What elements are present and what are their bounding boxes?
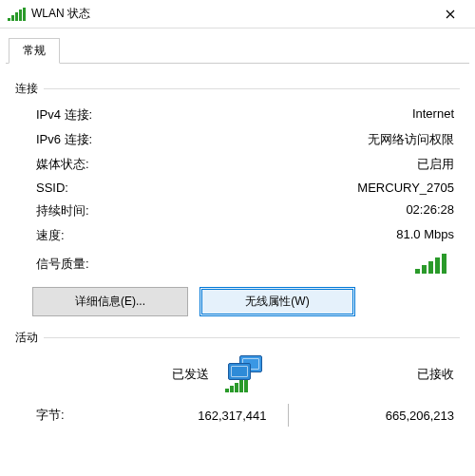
speed-label: 速度: bbox=[36, 227, 65, 244]
ipv6-label: IPv6 连接: bbox=[36, 131, 92, 148]
network-activity-icon bbox=[218, 355, 272, 392]
tab-panel: 连接 IPv4 连接: Internet IPv6 连接: 无网络访问权限 媒体… bbox=[0, 64, 475, 427]
connection-group-label: 连接 bbox=[15, 81, 38, 97]
close-button[interactable] bbox=[429, 0, 471, 29]
ssid-label: SSID: bbox=[36, 181, 68, 195]
media-label: 媒体状态: bbox=[36, 156, 89, 173]
ipv4-value: Internet bbox=[412, 106, 454, 124]
bytes-received-value: 665,206,213 bbox=[289, 409, 455, 423]
media-value: 已启用 bbox=[417, 156, 454, 173]
tab-general[interactable]: 常规 bbox=[9, 38, 60, 64]
duration-value: 02:26:28 bbox=[406, 202, 454, 219]
ipv6-value: 无网络访问权限 bbox=[368, 131, 454, 148]
row-speed: 速度: 81.0 Mbps bbox=[15, 227, 460, 244]
ssid-value: MERCURY_2705 bbox=[357, 181, 454, 195]
row-media: 媒体状态: 已启用 bbox=[15, 156, 460, 173]
signal-bars-icon bbox=[415, 254, 446, 274]
received-label: 已接收 bbox=[272, 366, 454, 383]
wifi-icon bbox=[8, 8, 26, 21]
signal-label: 信号质量: bbox=[36, 256, 89, 273]
wireless-properties-button[interactable]: 无线属性(W) bbox=[200, 287, 355, 316]
duration-label: 持续时间: bbox=[36, 202, 89, 219]
divider bbox=[44, 337, 460, 338]
window-title: WLAN 状态 bbox=[31, 6, 429, 22]
bytes-label: 字节: bbox=[36, 407, 122, 424]
row-ipv4: IPv4 连接: Internet bbox=[15, 106, 460, 124]
row-duration: 持续时间: 02:26:28 bbox=[15, 202, 460, 219]
activity-group: 活动 已发送 已接收 字节: 162,317,441 665,206,213 bbox=[15, 330, 460, 427]
connection-group: 连接 IPv4 连接: Internet IPv6 连接: 无网络访问权限 媒体… bbox=[15, 81, 460, 316]
title-bar: WLAN 状态 bbox=[0, 0, 475, 29]
row-ssid: SSID: MERCURY_2705 bbox=[15, 181, 460, 195]
ipv4-label: IPv4 连接: bbox=[36, 106, 92, 124]
connection-buttons: 详细信息(E)... 无线属性(W) bbox=[15, 287, 460, 316]
details-button[interactable]: 详细信息(E)... bbox=[32, 287, 188, 316]
bytes-row: 字节: 162,317,441 665,206,213 bbox=[15, 404, 460, 427]
sent-label: 已发送 bbox=[36, 366, 218, 383]
speed-value: 81.0 Mbps bbox=[396, 227, 454, 244]
tab-strip: 常规 bbox=[6, 38, 469, 64]
divider bbox=[44, 88, 460, 89]
activity-group-label: 活动 bbox=[15, 330, 38, 346]
activity-header: 已发送 已接收 bbox=[15, 355, 460, 392]
bytes-sent-value: 162,317,441 bbox=[122, 409, 288, 423]
row-signal: 信号质量: bbox=[15, 254, 460, 274]
row-ipv6: IPv6 连接: 无网络访问权限 bbox=[15, 131, 460, 148]
